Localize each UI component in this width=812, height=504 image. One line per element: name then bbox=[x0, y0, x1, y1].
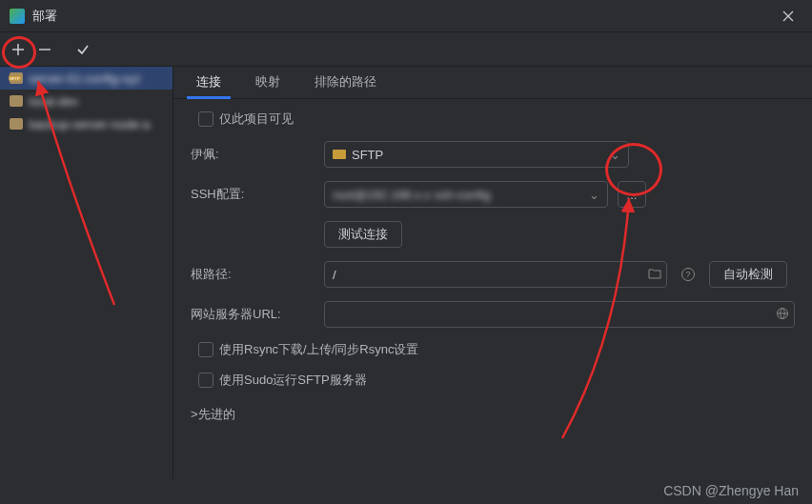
type-value: SFTP bbox=[352, 148, 383, 162]
ssh-value: root@192.168.x.x ssh-config bbox=[333, 188, 491, 202]
ellipsis-icon: ... bbox=[627, 188, 638, 202]
help-icon: ? bbox=[680, 267, 696, 282]
rsync-row: 使用Rsync下载/上传/同步Rsync设置 bbox=[191, 341, 795, 358]
sudo-label-wrap[interactable]: 使用Sudo运行SFTP服务器 bbox=[198, 372, 367, 389]
sidebar-item[interactable]: backup-server-node-a bbox=[0, 112, 173, 135]
form: 仅此项目可见 伊佩: SFTP ⌄ SSH配置: root@192.168.x.… bbox=[173, 99, 812, 479]
tab-excluded[interactable]: 排除的路径 bbox=[297, 66, 394, 98]
titlebar: 部署 bbox=[0, 0, 812, 32]
url-label: 网站服务器URL: bbox=[191, 306, 315, 323]
sidebar-item-label: backup-server-node-a bbox=[29, 117, 150, 131]
sidebar: server-01-config-xyz local-dev backup-se… bbox=[0, 67, 173, 479]
advanced-toggle[interactable]: >先进的 bbox=[191, 406, 795, 423]
close-icon bbox=[782, 10, 794, 22]
folder-icon bbox=[10, 95, 23, 107]
sudo-label: 使用Sudo运行SFTP服务器 bbox=[219, 372, 367, 389]
ssh-row: SSH配置: root@192.168.x.x ssh-config ⌄ ... bbox=[191, 181, 795, 208]
ssh-more-button[interactable]: ... bbox=[618, 181, 646, 208]
content-panel: 连接 映射 排除的路径 仅此项目可见 伊佩: SFTP ⌄ SSH配置: bbox=[173, 67, 812, 479]
add-button[interactable] bbox=[6, 37, 30, 62]
visible-only-row: 仅此项目可见 bbox=[191, 111, 795, 128]
apply-button[interactable] bbox=[71, 37, 95, 62]
globe-icon[interactable] bbox=[776, 307, 789, 323]
sidebar-item-label: local-dev bbox=[29, 94, 78, 109]
checkbox[interactable] bbox=[198, 342, 213, 357]
checkbox[interactable] bbox=[198, 373, 213, 388]
tab-mapping[interactable]: 映射 bbox=[238, 66, 297, 98]
name-row: 伊佩: SFTP ⌄ bbox=[191, 141, 795, 168]
autodetect-button[interactable]: 自动检测 bbox=[709, 261, 787, 288]
ssh-label: SSH配置: bbox=[191, 186, 315, 203]
folder-icon[interactable] bbox=[648, 268, 661, 282]
name-label: 伊佩: bbox=[191, 146, 315, 163]
window-title: 部署 bbox=[32, 8, 57, 25]
watermark: CSDN @Zhengye Han bbox=[663, 483, 799, 498]
visible-only-label[interactable]: 仅此项目可见 bbox=[198, 111, 294, 128]
sftp-badge-icon bbox=[333, 150, 346, 159]
test-row: 测试连接 bbox=[191, 221, 795, 248]
chevron-down-icon: ⌄ bbox=[610, 148, 620, 162]
check-icon bbox=[76, 43, 90, 56]
sidebar-item[interactable]: server-01-config-xyz bbox=[0, 67, 173, 90]
help-button[interactable]: ? bbox=[677, 263, 700, 286]
remove-button[interactable] bbox=[32, 37, 57, 62]
root-input[interactable]: / bbox=[324, 261, 667, 288]
url-row: 网站服务器URL: bbox=[191, 301, 795, 328]
root-row: 根路径: / ? 自动检测 bbox=[191, 261, 795, 288]
checkbox-label: 仅此项目可见 bbox=[219, 111, 294, 128]
plus-icon bbox=[11, 43, 25, 56]
sudo-row: 使用Sudo运行SFTP服务器 bbox=[191, 372, 795, 389]
url-input[interactable] bbox=[324, 301, 795, 328]
chevron-down-icon: ⌄ bbox=[589, 188, 599, 202]
type-select[interactable]: SFTP ⌄ bbox=[324, 141, 629, 168]
main: server-01-config-xyz local-dev backup-se… bbox=[0, 67, 812, 479]
checkbox[interactable] bbox=[198, 111, 213, 127]
root-value: / bbox=[333, 268, 336, 282]
root-label: 根路径: bbox=[191, 266, 315, 283]
folder-icon bbox=[10, 118, 23, 130]
sidebar-item[interactable]: local-dev bbox=[0, 90, 173, 112]
tab-connection[interactable]: 连接 bbox=[179, 66, 238, 98]
toolbar bbox=[0, 32, 812, 67]
tab-bar: 连接 映射 排除的路径 bbox=[173, 67, 812, 99]
close-button[interactable] bbox=[774, 6, 802, 27]
minus-icon bbox=[38, 43, 51, 56]
sftp-icon bbox=[10, 72, 23, 84]
rsync-label: 使用Rsync下载/上传/同步Rsync设置 bbox=[219, 341, 418, 358]
svg-text:?: ? bbox=[685, 270, 690, 279]
app-icon bbox=[10, 9, 25, 24]
rsync-label-wrap[interactable]: 使用Rsync下载/上传/同步Rsync设置 bbox=[198, 341, 418, 358]
sidebar-item-label: server-01-config-xyz bbox=[29, 71, 141, 86]
ssh-select[interactable]: root@192.168.x.x ssh-config ⌄ bbox=[324, 181, 608, 208]
test-connection-button[interactable]: 测试连接 bbox=[324, 221, 402, 248]
